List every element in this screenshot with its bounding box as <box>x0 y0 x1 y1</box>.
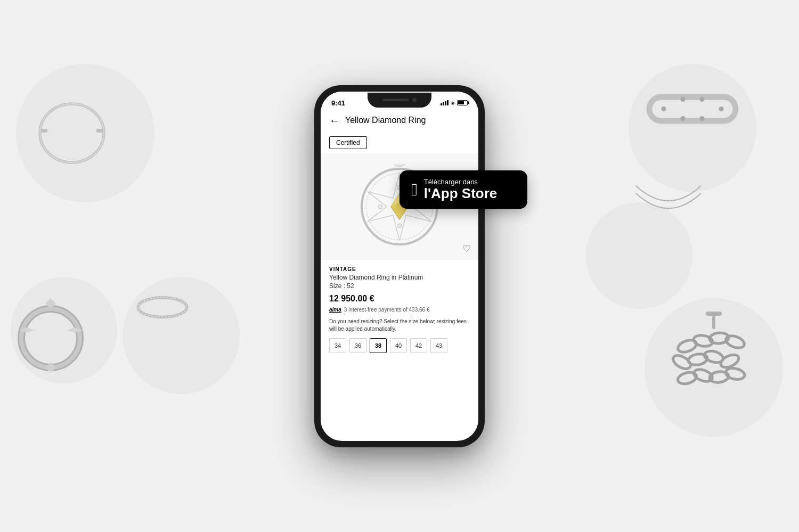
appstore-badge[interactable]:  Télécharger dans l'App Store <box>399 170 527 209</box>
jewelry-serpenti-ring <box>11 290 91 386</box>
jewelry-love-bracelet <box>645 83 740 136</box>
alma-logo[interactable]: alma <box>329 307 341 313</box>
product-size-info: Size : 52 <box>329 282 470 290</box>
appstore-line1: Télécharger dans <box>424 178 498 186</box>
wishlist-button[interactable]: ♡ <box>462 243 471 255</box>
svg-point-31 <box>394 164 404 167</box>
size-36[interactable]: 36 <box>349 338 366 353</box>
svg-point-9 <box>719 107 724 111</box>
alma-section: alma 3 interest-free payments of 433.66 … <box>329 307 470 313</box>
svg-point-7 <box>681 97 686 102</box>
svg-rect-3 <box>96 129 103 133</box>
svg-point-1 <box>40 104 104 162</box>
jewelry-chain-bracelet <box>655 304 772 410</box>
svg-point-10 <box>700 116 705 121</box>
appstore-line2: l'App Store <box>424 186 498 201</box>
app-header: ← Yellow Diamond Ring <box>321 110 478 132</box>
phone-screen: 9:41 ⋇ ← Yellow Diamond R <box>321 92 478 441</box>
phone-frame: 9:41 ⋇ ← Yellow Diamond R <box>314 85 485 447</box>
status-time: 9:41 <box>331 99 345 107</box>
jewelry-eternity-ring <box>133 290 192 328</box>
svg-rect-2 <box>41 129 47 133</box>
battery-icon <box>457 100 468 105</box>
size-34[interactable]: 34 <box>329 338 346 353</box>
alma-installment-text: 3 interest-free payments of 433.66 € <box>344 307 430 313</box>
svg-point-8 <box>700 97 705 102</box>
size-42[interactable]: 42 <box>410 338 427 353</box>
size-selector: 34 36 38 40 42 43 <box>329 338 470 353</box>
wifi-icon: ⋇ <box>451 100 455 106</box>
phone-wrapper: 9:41 ⋇ ← Yellow Diamond R <box>314 85 485 447</box>
product-name: Yellow Diamond Ring in Platinum <box>329 274 470 281</box>
svg-point-11 <box>681 116 686 121</box>
jewelry-nail-bracelet <box>29 91 115 176</box>
svg-point-36 <box>397 224 402 228</box>
certified-section: Certified <box>321 132 478 153</box>
status-icons: ⋇ <box>441 100 468 106</box>
size-43[interactable]: 43 <box>430 338 447 353</box>
notch-speaker <box>382 99 409 101</box>
svg-point-6 <box>662 107 666 111</box>
resize-question: Do you need resizing? Select the size be… <box>329 318 470 333</box>
certified-badge: Certified <box>329 136 367 149</box>
svg-rect-17 <box>712 316 715 329</box>
apple-icon:  <box>411 181 418 198</box>
product-price: 12 950.00 € <box>329 294 470 304</box>
size-40[interactable]: 40 <box>390 338 407 353</box>
product-details: VINTAGE Yellow Diamond Ring in Platinum … <box>321 260 478 359</box>
signal-icon <box>441 100 449 105</box>
svg-point-37 <box>378 204 382 209</box>
product-category: VINTAGE <box>329 266 470 272</box>
svg-point-21 <box>724 333 746 350</box>
svg-rect-16 <box>706 312 722 316</box>
back-button[interactable]: ← <box>329 114 340 127</box>
page-title: Yellow Diamond Ring <box>345 116 426 125</box>
jewelry-chain-necklace <box>626 176 711 245</box>
svg-point-15 <box>21 309 80 367</box>
notch-camera <box>412 98 417 102</box>
appstore-text: Télécharger dans l'App Store <box>424 178 498 201</box>
phone-notch <box>368 93 431 108</box>
size-38[interactable]: 38 <box>370 338 387 353</box>
